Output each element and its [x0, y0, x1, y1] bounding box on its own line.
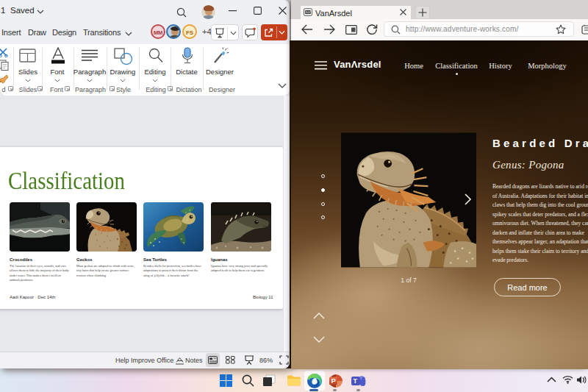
svg-text:P: P: [331, 377, 336, 385]
svg-text:T: T: [354, 377, 358, 385]
